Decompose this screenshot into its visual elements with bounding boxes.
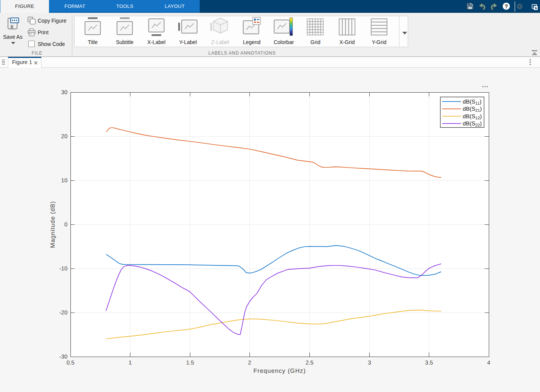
svg-text:2: 2 (248, 360, 251, 366)
svg-text:?: ? (505, 3, 508, 9)
svg-text:20: 20 (61, 133, 67, 140)
svg-text:4: 4 (487, 360, 490, 366)
svg-text:1.5: 1.5 (186, 360, 194, 366)
svg-text:Frequency (GHz): Frequency (GHz) (253, 368, 306, 374)
svg-text:-10: -10 (59, 265, 67, 272)
svg-text:3: 3 (368, 360, 371, 366)
svg-text:3.5: 3.5 (425, 360, 433, 366)
svg-text:-30: -30 (59, 354, 67, 360)
svg-text:0.5: 0.5 (67, 360, 75, 366)
svg-text:2.5: 2.5 (306, 360, 314, 366)
svg-text:30: 30 (61, 89, 67, 96)
svg-text:1: 1 (128, 360, 132, 366)
svg-text:Magnitude (dB): Magnitude (dB) (50, 201, 56, 248)
svg-text:-20: -20 (59, 310, 67, 316)
svg-text:10: 10 (61, 177, 67, 184)
svg-text:0: 0 (64, 221, 67, 228)
